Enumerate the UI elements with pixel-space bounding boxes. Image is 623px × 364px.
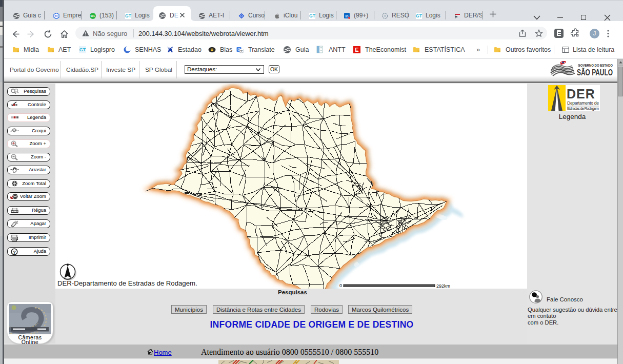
svg-text:292km: 292km [436, 284, 450, 289]
svg-text:0: 0 [339, 283, 342, 288]
svg-text:SÃO PAULO: SÃO PAULO [577, 67, 613, 77]
svg-text:GOVERNO DO ESTADO: GOVERNO DO ESTADO [578, 63, 613, 68]
svg-text:DER-Departamento de Estradas d: DER-Departamento de Estradas de Rodagem. [57, 279, 197, 287]
svg-text:文: 文 [240, 49, 243, 53]
svg-text:DER: DER [567, 87, 595, 101]
svg-text:99+: 99+ [90, 14, 95, 17]
svg-text:Estradas de Rodagem: Estradas de Rodagem [567, 106, 599, 111]
svg-text:TF: TF [55, 14, 58, 17]
svg-text:in: in [345, 14, 348, 18]
svg-text:?: ? [13, 249, 16, 255]
svg-text:Departamento de: Departamento de [567, 100, 599, 106]
